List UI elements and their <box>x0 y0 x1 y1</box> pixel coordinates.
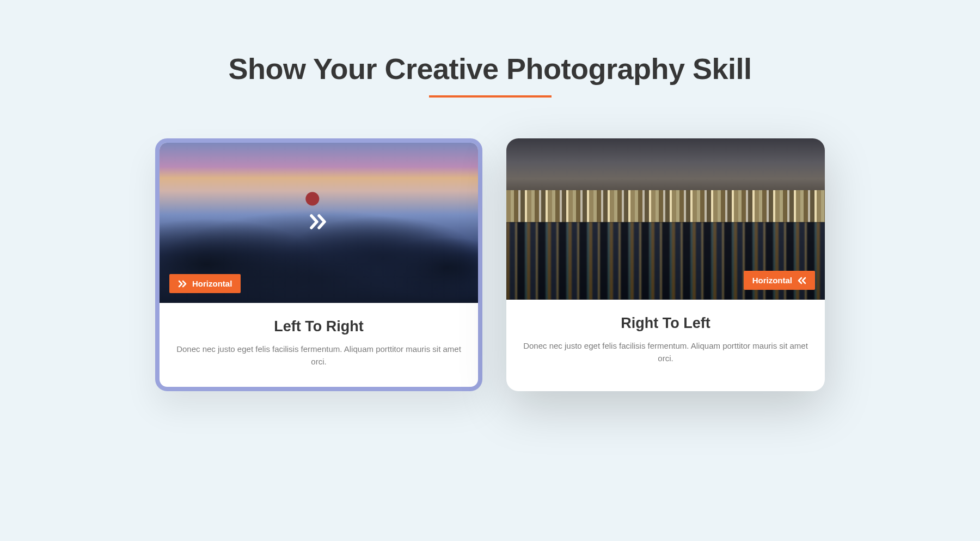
section-container: Show Your Creative Photography Skill <box>155 0 825 391</box>
card-body: Right To Left Donec nec justo eget felis… <box>506 300 825 384</box>
section-title: Show Your Creative Photography Skill <box>155 52 825 86</box>
double-chevron-left-icon <box>798 277 806 284</box>
double-chevron-right-icon <box>178 280 187 288</box>
card-description: Donec nec justo eget felis facilisis fer… <box>520 339 811 365</box>
title-underline <box>429 95 552 98</box>
double-chevron-right-icon <box>310 214 328 232</box>
card-title: Right To Left <box>520 315 811 332</box>
card-title: Left To Right <box>174 318 464 335</box>
card-image: Horizontal <box>160 143 478 303</box>
badge-horizontal-left[interactable]: Horizontal <box>169 274 241 293</box>
cards-row: Horizontal Left To Right Donec nec justo… <box>155 138 825 391</box>
card-description: Donec nec justo eget felis facilisis fer… <box>174 343 464 368</box>
card-right-to-left[interactable]: Horizontal Right To Left Donec nec justo… <box>506 138 825 391</box>
card-left-to-right[interactable]: Horizontal Left To Right Donec nec justo… <box>155 138 482 391</box>
badge-label: Horizontal <box>192 279 232 288</box>
badge-label: Horizontal <box>752 276 792 285</box>
badge-horizontal-right[interactable]: Horizontal <box>744 271 815 290</box>
card-image: Horizontal <box>506 138 825 300</box>
card-body: Left To Right Donec nec justo eget felis… <box>160 303 478 387</box>
